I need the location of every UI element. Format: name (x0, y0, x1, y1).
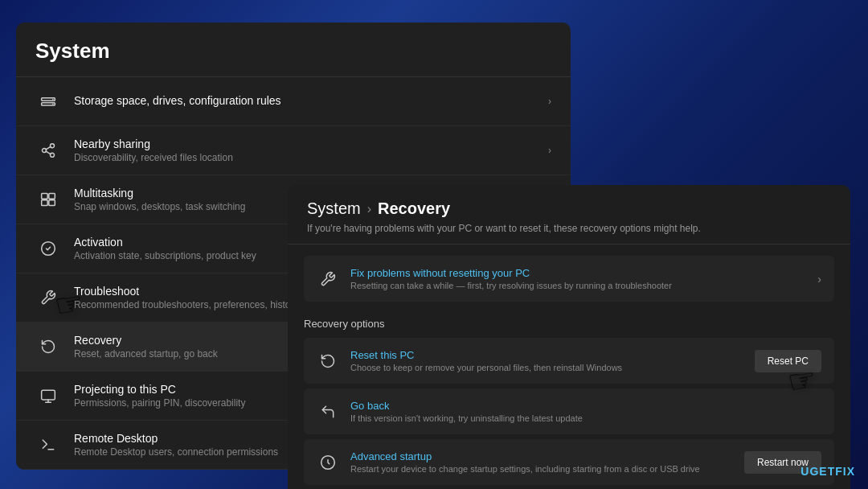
go-back-name: Go back (350, 400, 821, 412)
reset-pc-desc: Choose to keep or remove your personal f… (350, 363, 755, 372)
svg-rect-11 (42, 200, 48, 206)
reset-pc-item[interactable]: Reset this PC Choose to keep or remove y… (304, 338, 834, 384)
fix-problems-text: Fix problems without resetting your PC R… (350, 267, 817, 290)
nearby-sharing-chevron: › (548, 145, 551, 156)
nearby-sharing-desc: Discoverability, received files location (74, 152, 548, 163)
watermark-prefix: UGET (800, 465, 835, 478)
svg-point-2 (52, 99, 54, 101)
breadcrumb: System › Recovery (307, 199, 831, 218)
startup-icon (317, 451, 339, 474)
troubleshoot-icon (35, 285, 61, 310)
goback-icon (317, 401, 339, 423)
fix-problems-chevron: › (817, 273, 821, 286)
share-icon (35, 138, 61, 163)
reset-pc-name: Reset this PC (350, 349, 755, 361)
right-panel: System › Recovery If you're having probl… (288, 185, 850, 489)
watermark-suffix: FIX (835, 465, 855, 478)
advanced-startup-desc: Restart your device to change startup se… (350, 464, 744, 474)
svg-point-3 (52, 104, 54, 105)
fix-problems-name: Fix problems without resetting your PC (350, 267, 817, 279)
svg-line-8 (46, 146, 51, 150)
left-panel-header: System (16, 23, 571, 77)
advanced-startup-text: Advanced startup Restart your device to … (350, 450, 744, 474)
activation-icon (35, 236, 61, 261)
go-back-text: Go back If this version isn't working, t… (350, 400, 821, 423)
watermark: UGETFIX (800, 465, 855, 478)
go-back-desc: If this version isn't working, try unins… (350, 413, 821, 423)
storage-name: Storage space, drives, configuration rul… (74, 94, 548, 107)
svg-rect-12 (49, 200, 55, 206)
storage-text: Storage space, drives, configuration rul… (74, 94, 548, 109)
storage-chevron: › (548, 96, 551, 107)
panel-subtitle: If you're having problems with your PC o… (307, 223, 831, 234)
reset-pc-button[interactable]: Reset PC (755, 350, 821, 372)
recovery-options-label: Recovery options (288, 313, 850, 338)
system-title: System (35, 39, 551, 64)
svg-rect-9 (42, 194, 48, 199)
svg-rect-10 (49, 194, 55, 199)
wrench-icon (317, 268, 339, 290)
fix-problems-item[interactable]: Fix problems without resetting your PC R… (304, 256, 834, 302)
recovery-icon (35, 334, 61, 360)
right-panel-header: System › Recovery If you're having probl… (288, 185, 850, 244)
remote-icon (35, 432, 61, 458)
advanced-startup-item[interactable]: Advanced startup Restart your device to … (304, 439, 834, 485)
breadcrumb-parent: System (307, 199, 361, 218)
breadcrumb-separator: › (367, 202, 371, 216)
svg-rect-14 (42, 390, 55, 400)
reset-icon (317, 350, 339, 372)
settings-item-nearby-sharing[interactable]: Nearby sharing Discoverability, received… (16, 126, 571, 175)
settings-item-storage[interactable]: Storage space, drives, configuration rul… (16, 77, 571, 126)
breadcrumb-current: Recovery (378, 199, 450, 218)
go-back-item[interactable]: Go back If this version isn't working, t… (304, 388, 834, 434)
nearby-sharing-text: Nearby sharing Discoverability, received… (74, 138, 548, 163)
nearby-sharing-name: Nearby sharing (74, 138, 548, 150)
reset-pc-text: Reset this PC Choose to keep or remove y… (350, 349, 755, 372)
advanced-startup-name: Advanced startup (350, 450, 744, 462)
svg-line-7 (46, 151, 51, 154)
projecting-icon (35, 383, 61, 409)
storage-icon (35, 88, 61, 114)
fix-problems-desc: Resetting can take a while — first, try … (350, 281, 817, 290)
multitask-icon (35, 187, 61, 212)
